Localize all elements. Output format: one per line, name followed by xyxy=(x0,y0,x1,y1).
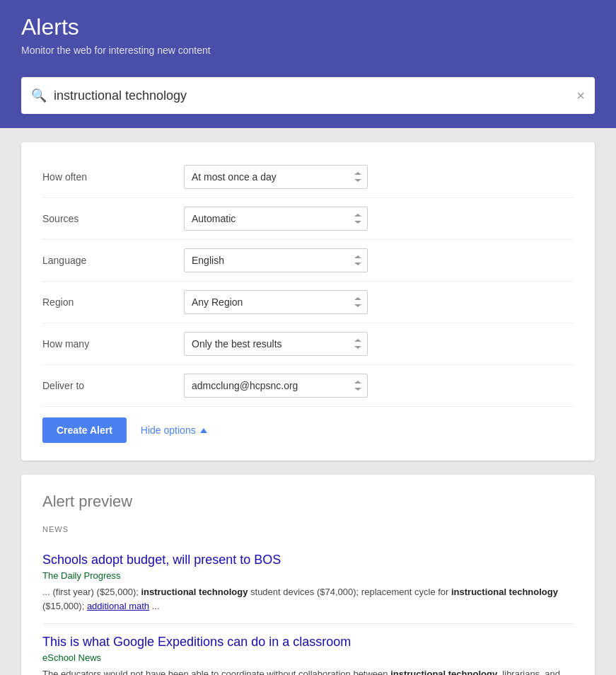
how-many-select[interactable]: Only the best results All results xyxy=(184,332,368,356)
how-many-row: How many Only the best results All resul… xyxy=(42,323,574,365)
how-many-label: How many xyxy=(42,338,184,350)
clear-search-button[interactable]: × xyxy=(576,88,585,103)
how-often-select[interactable]: As-it-happens At most once a day At most… xyxy=(184,165,368,189)
news-item-snippet: ... (first year) ($25,000); instructiona… xyxy=(42,585,574,613)
news-section-label: NEWS xyxy=(42,525,574,533)
actions-row: Create Alert Hide options xyxy=(42,417,574,443)
sources-label: Sources xyxy=(42,213,184,224)
main-content: How often As-it-happens At most once a d… xyxy=(0,128,616,675)
how-often-label: How often xyxy=(42,171,184,183)
sources-row: Sources Automatic News Blogs Web Video B… xyxy=(42,198,574,240)
create-alert-button[interactable]: Create Alert xyxy=(42,417,127,443)
preview-title: Alert preview xyxy=(42,492,574,511)
language-select[interactable]: Any Language English xyxy=(184,248,368,272)
arrow-up-icon xyxy=(200,428,207,433)
region-select[interactable]: Any Region United States xyxy=(184,290,368,314)
deliver-to-select[interactable]: admcclung@hcpsnc.org xyxy=(184,374,368,398)
options-card: How often As-it-happens At most once a d… xyxy=(21,142,595,461)
language-label: Language xyxy=(42,255,184,266)
news-item-snippet: The educators would not have been able t… xyxy=(42,667,574,675)
news-item-source: The Daily Progress xyxy=(42,570,574,581)
region-label: Region xyxy=(42,296,184,308)
hide-options-button[interactable]: Hide options xyxy=(141,425,207,436)
deliver-to-row: Deliver to admcclung@hcpsnc.org xyxy=(42,365,574,407)
page-subtitle: Monitor the web for interesting new cont… xyxy=(21,45,595,56)
deliver-to-label: Deliver to xyxy=(42,380,184,391)
alert-preview-card: Alert preview NEWS Schools adopt budget,… xyxy=(21,475,595,675)
how-often-row: How often As-it-happens At most once a d… xyxy=(42,156,574,198)
hide-options-label: Hide options xyxy=(141,425,196,436)
search-input[interactable] xyxy=(54,88,576,103)
search-icon: 🔍 xyxy=(31,88,47,103)
news-item-source: eSchool News xyxy=(42,652,574,663)
additional-math-link[interactable]: additional math xyxy=(87,601,149,611)
search-bar: 🔍 × xyxy=(21,77,595,114)
region-row: Region Any Region United States xyxy=(42,282,574,323)
sources-select[interactable]: Automatic News Blogs Web Video Books Dis… xyxy=(184,207,368,231)
news-item-title[interactable]: This is what Google Expeditions can do i… xyxy=(42,635,574,650)
news-item: Schools adopt budget, will present to BO… xyxy=(42,542,574,624)
language-row: Language Any Language English xyxy=(42,240,574,282)
page-title: Alerts xyxy=(21,14,595,40)
news-item: This is what Google Expeditions can do i… xyxy=(42,624,574,675)
search-bar-container: 🔍 × xyxy=(0,77,616,128)
news-item-title[interactable]: Schools adopt budget, will present to BO… xyxy=(42,553,574,567)
page-header: Alerts Monitor the web for interesting n… xyxy=(0,0,616,77)
